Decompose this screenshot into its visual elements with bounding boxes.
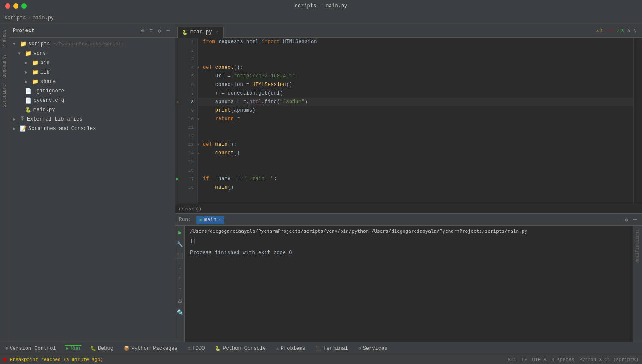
code-line-14: ▶ conect() [198, 149, 633, 157]
python-console-label: Python Console [223, 346, 266, 352]
run-panel: Run: ▶ main ✕ ⚙ — ▶ 🔧 ⬛ ↓ ≡ [175, 213, 642, 342]
terminal-icon: ⬛ [315, 346, 321, 351]
tab-terminal[interactable]: ⬛ Terminal [314, 345, 350, 352]
tree-item-mainpy[interactable]: 🐍 main.py [9, 105, 175, 115]
run-settings-icon[interactable]: ⚙ [623, 216, 630, 224]
run-minimize-icon[interactable]: — [632, 216, 639, 224]
ok-count: ✓ 3 [617, 28, 624, 33]
tree-item-bin[interactable]: ▶ 📁 bin [9, 58, 175, 68]
sidebar-locate-icon[interactable]: ⊕ [140, 27, 146, 35]
tab-todo[interactable]: ☑ TODO [186, 345, 206, 352]
packages-icon: 📦 [124, 346, 130, 351]
sidebar-collapse-icon[interactable]: ≡ [148, 27, 155, 35]
line-6: 6 [175, 80, 197, 89]
tree-sublabel: ~/PycharmProjects/scripts [53, 41, 124, 47]
run-right-icons: Notifications [633, 226, 642, 342]
charset: UTF-8 [532, 357, 547, 362]
warning-count: ⚠ 1 [596, 28, 603, 33]
python-console-icon: 🐍 [215, 346, 221, 351]
version-control-icon: ⚙ [5, 346, 8, 351]
version-control-label: Version Control [10, 346, 56, 352]
line-8: ⚠ 8 [175, 98, 197, 106]
tab-python-console[interactable]: 🐍 Python Console [213, 345, 268, 352]
fold-end-marker-14: ▶ [198, 151, 199, 156]
tab-debug[interactable]: 🐛 Debug [89, 345, 115, 352]
close-button[interactable] [5, 3, 10, 9]
code-line-10: ▶ return r [198, 115, 633, 123]
code-line-15 [198, 157, 633, 166]
project-icon[interactable]: Project [1, 26, 8, 51]
fold-end-marker-10: ▶ [198, 116, 199, 121]
line-ending: LF [521, 357, 527, 362]
maximize-button[interactable] [21, 3, 27, 9]
breadcrumb-mainpy[interactable]: main.py [33, 15, 54, 21]
tree-label: External Libraries [27, 116, 83, 122]
tree-label: venv [33, 50, 46, 56]
tree-item-gitignore[interactable]: 📄 .gitignore [9, 86, 175, 96]
fold-marker-13[interactable]: ▼ [198, 142, 199, 147]
run-label: Run: [179, 217, 191, 223]
code-line-4: ▼ def conect(): [198, 63, 633, 72]
sidebar-tree: ▼ 📁 scripts ~/PycharmProjects/scripts ▼ … [9, 38, 175, 342]
expand-arrow: ▼ [18, 51, 23, 56]
tab-run[interactable]: ▶ Run [65, 345, 82, 352]
run-play-button[interactable]: ▶ [177, 228, 183, 237]
code-content[interactable]: from requests_html import HTMLSession ▼ … [198, 38, 633, 204]
fold-marker-4[interactable]: ▼ [198, 65, 199, 70]
sidebar-close-icon[interactable]: — [165, 27, 172, 35]
tab-version-control[interactable]: ⚙ Version Control [3, 345, 58, 352]
bookmarks-icon[interactable]: Bookmarks [1, 51, 8, 81]
scroll-down[interactable]: ∨ [634, 27, 637, 34]
expand-arrow: ▶ [13, 117, 18, 122]
python-file-icon: 🐍 [25, 107, 32, 113]
run-wrench-icon[interactable]: 🔧 [175, 240, 184, 249]
tab-mainpy[interactable]: 🐍 main.py ✕ [177, 27, 224, 38]
run-tab-main[interactable]: ▶ main ✕ [196, 216, 224, 224]
editor-area: 🐍 main.py ✕ ⚠ 1 ⚠ 2 ✓ 3 ∧ ∨ 1 2 3 4 5 [175, 24, 642, 342]
run-tool-icon[interactable]: 🔩 [175, 308, 184, 317]
code-editor[interactable]: 1 2 3 4 5 6 7 ⚠ 8 9 10 11 12 13 14 15 16 [175, 38, 642, 204]
file-icon: 📄 [25, 97, 32, 104]
tree-item-scratches[interactable]: ▶ 📝 Scratches and Consoles [9, 124, 175, 133]
tree-item-venv[interactable]: ▼ 📁 venv [9, 49, 175, 58]
tree-item-share[interactable]: ▶ 📁 share [9, 77, 175, 86]
minimize-button[interactable] [13, 3, 18, 9]
scroll-up[interactable]: ∧ [627, 27, 630, 34]
code-line-3 [198, 55, 633, 63]
breadcrumb-scripts[interactable]: scripts [4, 15, 26, 21]
code-line-8: apnums = r.html.find("#apNum") [198, 98, 633, 106]
sidebar-settings-icon[interactable]: ⚙ [156, 27, 163, 35]
tab-python-packages[interactable]: 📦 Python Packages [122, 345, 179, 352]
run-sort-icon[interactable]: ≡ [177, 274, 183, 283]
tree-label: pyvenv.cfg [33, 98, 64, 104]
window-controls[interactable] [5, 3, 27, 9]
code-line-11 [198, 123, 633, 132]
sidebar: Project ⊕ ≡ ⚙ — ▼ 📁 scripts ~/PycharmPro… [9, 24, 175, 342]
run-tabs-bar: Run: ▶ main ✕ ⚙ — [175, 214, 642, 226]
sidebar-toolbar: Project ⊕ ≡ ⚙ — [9, 24, 175, 38]
expand-arrow: ▶ [25, 60, 30, 65]
tab-py-icon: 🐍 [182, 30, 188, 35]
run-stop-icon[interactable]: ⬛ [175, 252, 184, 260]
tree-label: share [40, 79, 56, 85]
terminal-label: Terminal [323, 346, 348, 352]
line-warning-icon: ⚠ [176, 99, 179, 104]
run-scroll-down-icon[interactable]: ↓ [177, 263, 183, 272]
run-tab-close[interactable]: ✕ [218, 217, 221, 222]
tree-item-scripts[interactable]: ▼ 📁 scripts ~/PycharmProjects/scripts [9, 39, 175, 49]
run-scroll-up-icon[interactable]: ↑ [177, 285, 183, 294]
code-line-9: print(apnums) [198, 106, 633, 115]
folder-icon: 📁 [20, 41, 27, 47]
run-print-icon[interactable]: 🖨 [176, 296, 184, 305]
line-14: 14 [175, 149, 197, 157]
main-area: Project Bookmarks Structure Project ⊕ ≡ … [0, 24, 642, 342]
tree-item-lib[interactable]: ▶ 📁 lib [9, 68, 175, 77]
structure-icon[interactable]: Structure [1, 81, 8, 111]
tree-item-pyvenv[interactable]: 📄 pyvenv.cfg [9, 96, 175, 105]
tab-close-button[interactable]: ✕ [214, 29, 219, 36]
tab-problems[interactable]: ⚠ Problems [274, 345, 307, 352]
run-gutter-icon[interactable]: ▶ [176, 176, 179, 181]
tab-services[interactable]: ⚙ Services [357, 345, 389, 352]
cursor-position: 8:1 [508, 357, 517, 362]
tree-item-extlibs[interactable]: ▶ 🗄 External Libraries [9, 115, 175, 124]
